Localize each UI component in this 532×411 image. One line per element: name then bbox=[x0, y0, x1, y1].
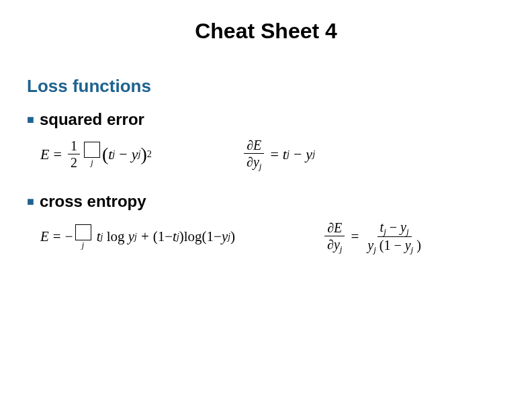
frac-den: yj (1 − yj ) bbox=[365, 237, 424, 255]
frac-partial: ∂E ∂yj bbox=[324, 220, 345, 255]
slide: Cheat Sheet 4 Loss functions ■squared er… bbox=[0, 0, 532, 411]
slide-title: Cheat Sheet 4 bbox=[27, 19, 505, 44]
sym-y: y bbox=[306, 146, 312, 163]
exp-2: 2 bbox=[147, 148, 152, 160]
bullet-marker-icon: ■ bbox=[27, 195, 34, 208]
bullet-label: cross entropy bbox=[40, 192, 146, 210]
paren-open: ( bbox=[102, 144, 108, 165]
sym-E: E bbox=[40, 228, 49, 245]
sub-tj: j bbox=[287, 148, 290, 160]
formula-cross-entropy-deriv: ∂E ∂yj = tj − yj yj (1 − yj ) bbox=[322, 219, 426, 255]
formula-row-squared: E = 1 2 j ( tj − yj ) 2 ∂E ∂yj = tj − bbox=[40, 137, 505, 172]
paren-close: ) bbox=[230, 228, 235, 245]
partial-den: ∂yj bbox=[324, 236, 345, 255]
sum-symbol bbox=[84, 142, 100, 158]
sym-y: y bbox=[222, 228, 228, 245]
bullet-cross-entropy: ■cross entropy bbox=[27, 192, 505, 211]
partial-num: ∂E bbox=[324, 220, 345, 236]
sym-minus: − bbox=[165, 228, 173, 245]
sym-eq: = bbox=[351, 228, 359, 245]
sym-eq: = bbox=[53, 228, 61, 245]
sym-eq: = bbox=[53, 146, 61, 163]
bullet-marker-icon: ■ bbox=[27, 113, 34, 126]
sum-symbol bbox=[75, 224, 91, 240]
section-heading: Loss functions bbox=[27, 76, 505, 97]
paren-open: (1 bbox=[153, 228, 165, 245]
frac-partial: ∂E ∂yj bbox=[244, 137, 264, 172]
formula-cross-entropy: E = − j tj log yj + (1 − tj ) log(1 − yj… bbox=[40, 224, 322, 249]
frac-den: 2 bbox=[68, 154, 80, 171]
sym-minus: − bbox=[294, 146, 302, 163]
sym-neg: − bbox=[65, 228, 73, 245]
bullet-squared-error: ■squared error bbox=[27, 110, 505, 129]
frac-num: tj − yj bbox=[378, 219, 412, 238]
sum-icon: j bbox=[84, 142, 100, 167]
sym-log: log bbox=[107, 228, 125, 245]
sym-y: y bbox=[128, 228, 134, 245]
frac-result: tj − yj yj (1 − yj ) bbox=[365, 219, 424, 255]
paren-close: ) bbox=[179, 228, 184, 245]
sub-yj: j bbox=[312, 148, 315, 160]
sym-log: log(1 bbox=[184, 228, 214, 245]
sym-plus: + bbox=[141, 228, 149, 245]
formula-squared-error: E = 1 2 j ( tj − yj ) 2 bbox=[40, 138, 242, 171]
sym-y: y bbox=[132, 146, 138, 163]
sub-yj: j bbox=[134, 232, 137, 242]
sum-sub: j bbox=[82, 242, 84, 249]
formula-row-cross-entropy: E = − j tj log yj + (1 − tj ) log(1 − yj… bbox=[40, 219, 505, 255]
formula-squared-error-deriv: ∂E ∂yj = tj − yj bbox=[242, 137, 315, 172]
frac-half: 1 2 bbox=[68, 138, 80, 171]
sym-minus: − bbox=[214, 228, 222, 245]
sub-tj: j bbox=[112, 148, 115, 160]
sum-sub: j bbox=[91, 159, 93, 167]
sym-E: E bbox=[40, 146, 49, 163]
partial-num: ∂E bbox=[244, 137, 264, 154]
partial-den: ∂yj bbox=[244, 154, 264, 172]
sym-minus: − bbox=[119, 146, 127, 163]
sym-eq: = bbox=[270, 146, 278, 163]
bullet-label: squared error bbox=[40, 110, 144, 128]
sum-icon: j bbox=[75, 224, 91, 249]
paren-close: ) bbox=[140, 144, 146, 165]
frac-num: 1 bbox=[68, 138, 80, 154]
